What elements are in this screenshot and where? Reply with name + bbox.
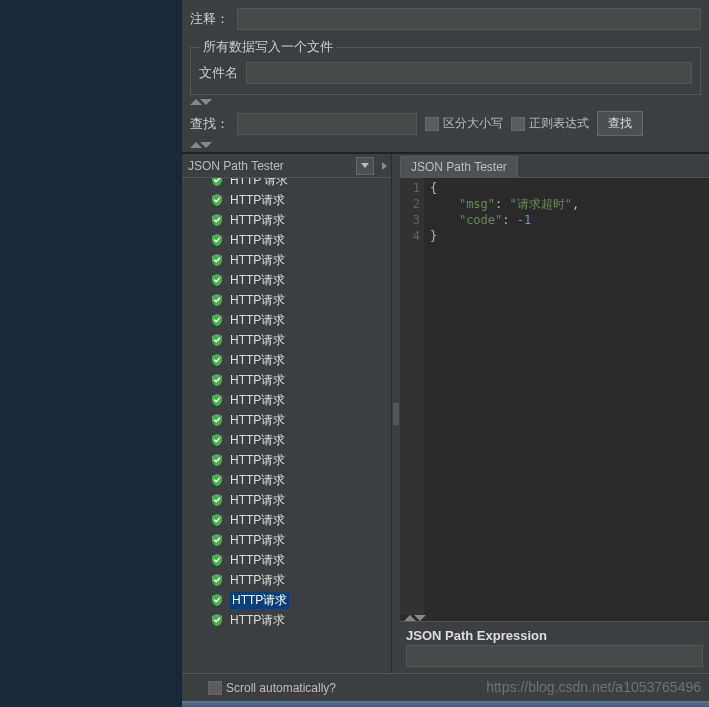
- tree-item-label: HTTP请求: [230, 552, 285, 569]
- filename-label: 文件名: [199, 64, 238, 82]
- search-label: 查找：: [190, 115, 229, 133]
- search-button[interactable]: 查找: [597, 111, 643, 136]
- shield-icon: [210, 293, 224, 307]
- left-sidebar: [0, 0, 182, 707]
- shield-icon: [210, 253, 224, 267]
- tree-item-label: HTTP请求: [230, 512, 285, 529]
- vertical-splitter[interactable]: [392, 154, 400, 673]
- tree-item[interactable]: HTTP请求: [182, 570, 391, 590]
- shield-icon: [210, 473, 224, 487]
- tree-item-label: HTTP请求: [230, 232, 285, 249]
- shield-icon: [210, 413, 224, 427]
- scroll-auto-label: Scroll automatically?: [226, 681, 336, 695]
- tree-item[interactable]: HTTP请求: [182, 430, 391, 450]
- shield-icon: [210, 553, 224, 567]
- tree-item[interactable]: HTTP请求: [182, 470, 391, 490]
- case-sensitive-label: 区分大小写: [443, 115, 503, 132]
- code-tab[interactable]: JSON Path Tester: [400, 156, 518, 177]
- tree-item-label: HTTP请求: [230, 192, 285, 209]
- tree-item[interactable]: HTTP请求: [182, 210, 391, 230]
- tree-item-label: HTTP请求: [230, 432, 285, 449]
- code-content[interactable]: { "msg": "请求超时", "code": -1}: [424, 178, 709, 615]
- shield-icon: [210, 178, 224, 187]
- expression-label: JSON Path Expression: [406, 628, 555, 643]
- tree-item[interactable]: HTTP请求: [182, 610, 391, 630]
- tree-item[interactable]: HTTP请求: [182, 190, 391, 210]
- shield-icon: [210, 333, 224, 347]
- tree-item[interactable]: HTTP请求: [182, 330, 391, 350]
- tree-item[interactable]: HTTP请求: [182, 510, 391, 530]
- shield-icon: [210, 493, 224, 507]
- watermark: https://blog.csdn.net/a1053765496: [486, 679, 701, 695]
- tree-item-label: HTTP请求: [230, 332, 285, 349]
- case-sensitive-checkbox[interactable]: 区分大小写: [425, 115, 503, 132]
- tree-item[interactable]: HTTP请求: [182, 250, 391, 270]
- tree-item-label: HTTP请求: [230, 592, 289, 609]
- shield-icon: [210, 613, 224, 627]
- tree-item-label: HTTP请求: [230, 612, 285, 629]
- tree-dropdown-button[interactable]: [356, 157, 374, 175]
- tree-item[interactable]: HTTP请求: [182, 310, 391, 330]
- tree-item-label: HTTP请求: [230, 452, 285, 469]
- tree-item-label: HTTP请求: [230, 412, 285, 429]
- shield-icon: [210, 453, 224, 467]
- annotation-label: 注释：: [190, 10, 229, 28]
- tree-item[interactable]: HTTP请求: [182, 290, 391, 310]
- splitter-handle-2[interactable]: [182, 142, 709, 148]
- tree-item[interactable]: HTTP 请求: [182, 178, 391, 190]
- tree-item-label: HTTP请求: [230, 292, 285, 309]
- shield-icon: [210, 533, 224, 547]
- tree-header: JSON Path Tester: [186, 159, 354, 173]
- tree-item-label: HTTP请求: [230, 532, 285, 549]
- shield-icon: [210, 593, 224, 607]
- expression-input[interactable]: [406, 645, 703, 667]
- scroll-auto-checkbox[interactable]: Scroll automatically?: [208, 681, 336, 695]
- shield-icon: [210, 433, 224, 447]
- tree-item-label: HTTP请求: [230, 272, 285, 289]
- search-input[interactable]: [237, 113, 417, 135]
- bottom-strip: [182, 701, 709, 707]
- shield-icon: [210, 373, 224, 387]
- tree-item-label: HTTP请求: [230, 352, 285, 369]
- tree-item[interactable]: HTTP请求: [182, 550, 391, 570]
- shield-icon: [210, 313, 224, 327]
- shield-icon: [210, 273, 224, 287]
- tree-item-label: HTTP请求: [230, 252, 285, 269]
- tree-item-label: HTTP请求: [230, 212, 285, 229]
- shield-icon: [210, 213, 224, 227]
- tree-item[interactable]: HTTP请求: [182, 350, 391, 370]
- tree-item[interactable]: HTTP请求: [182, 270, 391, 290]
- tree-item[interactable]: HTTP请求: [182, 230, 391, 250]
- tree-item[interactable]: HTTP请求: [182, 390, 391, 410]
- tree-item[interactable]: HTTP请求: [182, 410, 391, 430]
- shield-icon: [210, 193, 224, 207]
- shield-icon: [210, 573, 224, 587]
- regex-checkbox[interactable]: 正则表达式: [511, 115, 589, 132]
- tree-list[interactable]: HTTP 请求HTTP请求HTTP请求HTTP请求HTTP请求HTTP请求HTT…: [182, 178, 391, 673]
- regex-label: 正则表达式: [529, 115, 589, 132]
- tree-item-label: HTTP请求: [230, 472, 285, 489]
- tree-item-label: HTTP请求: [230, 572, 285, 589]
- tree-item-label: HTTP 请求: [230, 178, 288, 189]
- file-output-group: 所有数据写入一个文件 文件名: [190, 38, 701, 95]
- tree-item[interactable]: HTTP请求: [182, 530, 391, 550]
- tree-item[interactable]: HTTP请求: [182, 490, 391, 510]
- tree-item-label: HTTP请求: [230, 392, 285, 409]
- code-gutter: 1234: [400, 178, 424, 615]
- tree-item[interactable]: HTTP请求: [182, 590, 391, 610]
- filename-input[interactable]: [246, 62, 692, 84]
- tree-item-label: HTTP请求: [230, 312, 285, 329]
- tree-item[interactable]: HTTP请求: [182, 450, 391, 470]
- tree-item[interactable]: HTTP请求: [182, 370, 391, 390]
- chevron-right-icon: [382, 162, 387, 170]
- shield-icon: [210, 233, 224, 247]
- tree-item-label: HTTP请求: [230, 492, 285, 509]
- file-output-legend: 所有数据写入一个文件: [199, 38, 337, 56]
- shield-icon: [210, 353, 224, 367]
- shield-icon: [210, 393, 224, 407]
- annotation-input[interactable]: [237, 8, 701, 30]
- tree-item-label: HTTP请求: [230, 372, 285, 389]
- shield-icon: [210, 513, 224, 527]
